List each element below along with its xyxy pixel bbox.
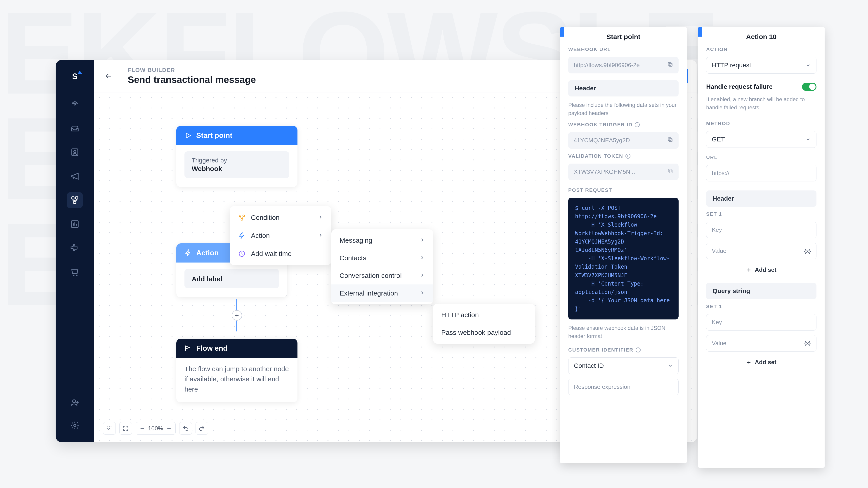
menu-external[interactable]: External integration xyxy=(331,285,433,302)
nav-contacts-icon[interactable] xyxy=(67,144,83,160)
flow-end-header: Flow end xyxy=(176,339,298,358)
handle-failure-toggle[interactable] xyxy=(802,83,816,91)
menu-condition[interactable]: Condition xyxy=(230,208,331,227)
menu-action-label: Action xyxy=(251,232,270,239)
handle-failure-hint: If enabled, a new branch will be added t… xyxy=(706,95,816,111)
start-node-header: Start point xyxy=(176,126,298,145)
nav-flows-icon[interactable] xyxy=(67,192,83,208)
app-logo[interactable]: S xyxy=(68,70,81,83)
fit-screen-button[interactable] xyxy=(119,422,132,435)
svg-point-8 xyxy=(74,424,76,427)
validation-token-label: VALIDATION TOKENi xyxy=(568,153,679,159)
header-value-input[interactable]: Value{x} xyxy=(706,242,816,259)
zoom-out-button[interactable]: − xyxy=(138,424,147,433)
chevron-right-icon xyxy=(318,214,323,221)
menu-wait[interactable]: Add wait time xyxy=(230,245,331,263)
method-label: METHOD xyxy=(706,121,816,127)
svg-rect-4 xyxy=(75,197,78,199)
post-request-label: POST REQUEST xyxy=(568,187,679,193)
copy-icon[interactable] xyxy=(667,168,673,175)
step-type-menu: Condition Action Add wait time xyxy=(230,206,331,265)
svg-point-9 xyxy=(239,215,241,217)
add-label-text: Add label xyxy=(192,275,272,283)
menu-messaging[interactable]: Messaging xyxy=(331,232,433,249)
undo-button[interactable] xyxy=(179,422,192,435)
svg-rect-3 xyxy=(72,197,74,199)
nav-commerce-icon[interactable] xyxy=(67,264,83,280)
zoom-toolbar: − 100% + xyxy=(103,422,208,435)
nav-inbox-icon[interactable] xyxy=(67,121,83,136)
method-select[interactable]: GET xyxy=(706,131,816,148)
menu-pass-payload[interactable]: Pass webhook payload xyxy=(433,324,535,341)
menu-http-label: HTTP action xyxy=(441,311,479,319)
response-expression-input[interactable]: Response expression xyxy=(568,379,679,395)
action-type-select[interactable]: HTTP request xyxy=(706,57,816,74)
webhook-url-field[interactable]: http://flows.9bf906906-2e xyxy=(568,57,679,73)
url-label: URL xyxy=(706,155,816,160)
zoom-in-button[interactable]: + xyxy=(164,424,174,433)
info-icon[interactable]: i xyxy=(625,154,630,159)
zoom-control: − 100% + xyxy=(135,422,176,435)
svg-point-0 xyxy=(74,104,76,105)
header-add-set-button[interactable]: Add set xyxy=(706,264,816,276)
variable-icon[interactable]: {x} xyxy=(804,340,811,346)
url-input[interactable]: https:// xyxy=(706,165,816,182)
response-expression-placeholder: Response expression xyxy=(574,383,630,390)
curl-example[interactable]: $ curl -X POST http://flows.9bf906906-2e… xyxy=(568,198,679,320)
header-section-title: Header xyxy=(568,80,679,96)
nav-broadcast-icon[interactable] xyxy=(67,96,83,112)
query-value-input[interactable]: Value{x} xyxy=(706,335,816,352)
copy-icon[interactable] xyxy=(667,61,673,69)
query-set1-label: SET 1 xyxy=(706,304,816,310)
variable-icon[interactable]: {x} xyxy=(804,248,811,254)
nav-settings-icon[interactable] xyxy=(67,418,83,433)
svg-point-10 xyxy=(243,215,245,217)
info-icon[interactable]: i xyxy=(635,122,640,127)
svg-point-11 xyxy=(241,219,243,220)
menu-action[interactable]: Action xyxy=(230,227,331,245)
svg-rect-5 xyxy=(74,201,76,203)
svg-rect-18 xyxy=(668,169,671,172)
action-label: ACTION xyxy=(706,46,816,53)
redo-button[interactable] xyxy=(195,422,208,435)
zoom-value: 100% xyxy=(147,425,164,432)
svg-rect-13 xyxy=(669,64,672,66)
trigger-label: Triggered by xyxy=(192,157,282,164)
nav-invite-icon[interactable] xyxy=(67,395,83,411)
menu-contacts[interactable]: Contacts xyxy=(331,249,433,267)
flow-end-desc: The flow can jump to another node if ava… xyxy=(176,358,298,402)
info-icon[interactable]: i xyxy=(636,348,641,352)
nav-analytics-icon[interactable] xyxy=(67,216,83,232)
header-key-input[interactable]: Key xyxy=(706,222,816,238)
start-node[interactable]: Start point Triggered by Webhook xyxy=(176,126,298,187)
magic-tidy-button[interactable] xyxy=(103,422,116,435)
external-submenu: HTTP action Pass webhook payload xyxy=(433,304,535,344)
menu-http-action[interactable]: HTTP action xyxy=(433,306,535,324)
svg-rect-17 xyxy=(669,170,672,173)
back-button[interactable] xyxy=(103,71,114,82)
page-title: Send transactional message xyxy=(128,74,256,85)
add-step-button[interactable]: + xyxy=(232,310,242,321)
flow-end-node[interactable]: Flow end The flow can jump to another no… xyxy=(176,339,298,402)
chevron-right-icon xyxy=(318,232,323,239)
query-add-set-button[interactable]: Add set xyxy=(706,356,816,368)
nav-campaign-icon[interactable] xyxy=(67,168,83,184)
webhook-url-label: WEBHOOK URL xyxy=(568,46,679,53)
start-node-title: Start point xyxy=(196,131,232,140)
copy-icon[interactable] xyxy=(667,137,673,144)
trigger-id-field[interactable]: 41YCMQJNEA5yg2D... xyxy=(568,132,679,149)
action-node-title: Action xyxy=(196,249,219,257)
svg-rect-16 xyxy=(668,138,671,140)
header-divider xyxy=(122,60,122,92)
svg-point-2 xyxy=(74,151,76,153)
breadcrumb: FLOW BUILDER xyxy=(128,67,256,73)
customer-id-value: Contact ID xyxy=(574,362,604,369)
menu-pass-label: Pass webhook payload xyxy=(441,329,511,336)
query-key-input[interactable]: Key xyxy=(706,314,816,330)
add-label-box[interactable]: Add label xyxy=(184,269,279,288)
nav-integrations-icon[interactable] xyxy=(67,240,83,256)
menu-conversation[interactable]: Conversation control xyxy=(331,267,433,285)
clock-icon xyxy=(238,250,246,258)
customer-id-select[interactable]: Contact ID xyxy=(568,357,679,374)
validation-token-field[interactable]: XTW3V7XPKGHM5N... xyxy=(568,164,679,180)
